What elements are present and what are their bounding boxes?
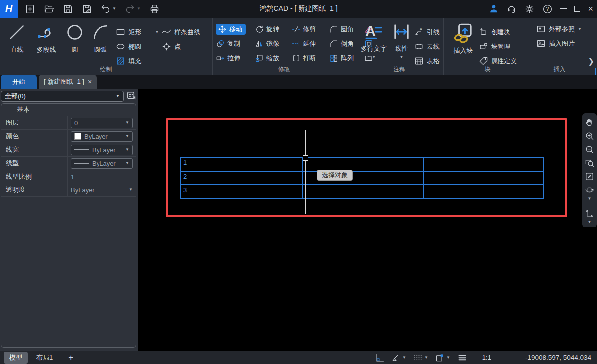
- chevron-down-icon[interactable]: ▼: [588, 220, 592, 224]
- chevron-down-icon[interactable]: ▼: [372, 55, 376, 59]
- stretch-button[interactable]: 拉伸: [216, 54, 255, 63]
- selection-filter-dropdown[interactable]: 全部(0) ▼: [1, 91, 124, 102]
- break-button[interactable]: 打断: [292, 54, 329, 63]
- save-as-button[interactable]: [82, 4, 92, 14]
- open-file-button[interactable]: [44, 4, 54, 14]
- table-row-number: 1: [183, 159, 187, 166]
- ellipse-button[interactable]: 椭圆: [116, 39, 152, 54]
- extend-icon: [292, 39, 300, 48]
- image-icon: [536, 39, 546, 48]
- chevron-down-icon[interactable]: ▼: [155, 30, 159, 34]
- rectangle-button[interactable]: 矩形: [116, 25, 152, 39]
- new-file-button[interactable]: [25, 4, 35, 14]
- extend-button[interactable]: 延伸: [292, 39, 329, 48]
- svg-text:A: A: [365, 23, 375, 39]
- chevron-down-icon[interactable]: ▼: [578, 27, 582, 31]
- tab-drawing1[interactable]: [ 新建图纸_1 ] ×: [39, 75, 97, 89]
- status-menu-button[interactable]: [457, 353, 468, 363]
- mirror-button[interactable]: 镜像: [255, 39, 292, 48]
- insert-block-button[interactable]: 插入块: [448, 21, 479, 55]
- color-swatch: [74, 133, 81, 140]
- mtext-button[interactable]: A 多行文字 ▼: [358, 21, 389, 59]
- zoom-window-button[interactable]: [585, 156, 594, 170]
- properties-section-basic[interactable]: 基本: [1, 104, 136, 116]
- add-layout-button[interactable]: +: [61, 353, 80, 363]
- chevron-down-icon: ▼: [125, 134, 129, 138]
- polar-tracking-button[interactable]: ▼: [391, 353, 406, 363]
- chevron-down-icon[interactable]: ▼: [424, 356, 428, 360]
- insert-image-button[interactable]: 插入图片: [536, 36, 588, 51]
- cursor-pickbox: [303, 155, 308, 161]
- scale-button[interactable]: 缩放: [255, 54, 292, 63]
- ribbon-expand-chevron[interactable]: ❯: [588, 57, 594, 66]
- cad-table-entity[interactable]: 1 2 3: [180, 157, 544, 199]
- chevron-down-icon[interactable]: ▼: [137, 7, 141, 11]
- leader-button[interactable]: A 引线: [414, 25, 443, 39]
- circle-button[interactable]: 圆: [62, 21, 87, 54]
- point-button[interactable]: 点: [162, 39, 212, 54]
- zoom-out-button[interactable]: [585, 143, 594, 156]
- chevron-down-icon[interactable]: ▼: [399, 55, 403, 59]
- spline-button[interactable]: 样条曲线: [162, 25, 212, 39]
- print-button[interactable]: [149, 4, 160, 14]
- orbit-button[interactable]: [585, 183, 594, 196]
- xref-button[interactable]: 外部参照 ▼: [536, 22, 588, 36]
- prop-row-linetype-scale: 线型比例 1: [1, 170, 136, 183]
- trim-button[interactable]: 修剪: [292, 25, 329, 34]
- user-account-icon[interactable]: [488, 3, 499, 14]
- grid-snap-button[interactable]: ▼: [413, 353, 428, 363]
- zoom-extents-button[interactable]: [585, 170, 594, 183]
- color-dropdown[interactable]: ByLayer ▼: [71, 131, 133, 142]
- model-tab[interactable]: 模型: [4, 352, 28, 364]
- undo-button[interactable]: ▼: [100, 4, 116, 14]
- help-icon[interactable]: ?: [542, 4, 553, 14]
- close-button[interactable]: ×: [588, 4, 593, 13]
- save-button[interactable]: [63, 4, 73, 14]
- chevron-down-icon[interactable]: ▼: [402, 356, 406, 360]
- move-button[interactable]: 移动: [216, 24, 246, 35]
- support-headset-icon[interactable]: [506, 4, 517, 14]
- pan-button[interactable]: [585, 116, 594, 129]
- move-icon: [218, 25, 227, 34]
- section-label-draw: 绘制: [0, 65, 212, 74]
- transparency-value[interactable]: ByLayer: [71, 186, 95, 194]
- layer-dropdown[interactable]: 0 ▼: [71, 118, 133, 128]
- minimize-button[interactable]: [560, 8, 567, 9]
- ribbon-section-block: 插入块 创建块 块管理 属性定义 块: [444, 18, 531, 75]
- ucs-axes-button[interactable]: [585, 206, 594, 220]
- redo-button[interactable]: ▼: [125, 4, 141, 14]
- arc-button[interactable]: 圆弧: [87, 21, 114, 54]
- polyline-button[interactable]: 多段线: [30, 21, 63, 54]
- line-button[interactable]: 直线: [4, 21, 30, 54]
- main-area: 全部(0) ▼ 基本 图层 0 ▼: [0, 89, 597, 351]
- copy-button[interactable]: 复制: [216, 39, 255, 48]
- revision-cloud-button[interactable]: 云线: [414, 39, 443, 54]
- linetype-dropdown[interactable]: ByLayer ▼: [71, 158, 133, 169]
- point-icon: [162, 42, 171, 51]
- zoom-in-button[interactable]: [585, 129, 594, 143]
- chevron-down-icon[interactable]: ▼: [446, 356, 450, 360]
- maximize-button[interactable]: [574, 6, 580, 12]
- linetype-scale-value[interactable]: 1: [71, 173, 74, 181]
- chevron-down-icon[interactable]: ▼: [588, 197, 592, 201]
- close-tab-icon[interactable]: ×: [88, 78, 92, 86]
- table-row-number: 2: [183, 173, 187, 180]
- chevron-down-icon[interactable]: ▼: [129, 188, 133, 192]
- quick-properties-button[interactable]: [126, 91, 137, 102]
- app-logo[interactable]: H: [0, 0, 18, 18]
- layout1-tab[interactable]: 布局1: [31, 352, 58, 364]
- tab-start[interactable]: 开始: [1, 75, 37, 89]
- create-block-button[interactable]: 创建块: [479, 25, 528, 39]
- block-manager-button[interactable]: 块管理: [479, 39, 528, 54]
- annotation-scale[interactable]: 1:1: [482, 354, 491, 361]
- ortho-mode-button[interactable]: [375, 353, 385, 363]
- lineweight-dropdown[interactable]: ByLayer ▼: [71, 145, 133, 155]
- insert-block-icon: [452, 22, 474, 44]
- object-snap-button[interactable]: ▼: [435, 353, 450, 363]
- settings-gear-icon[interactable]: [524, 4, 535, 14]
- svg-text:?: ?: [546, 6, 549, 12]
- chevron-down-icon[interactable]: ▼: [112, 7, 116, 11]
- dim-linear-button[interactable]: 线性 ▼: [389, 21, 414, 59]
- drawing-canvas[interactable]: 1 2 3 选择对象: [138, 89, 597, 351]
- rotate-button[interactable]: 旋转: [255, 25, 292, 34]
